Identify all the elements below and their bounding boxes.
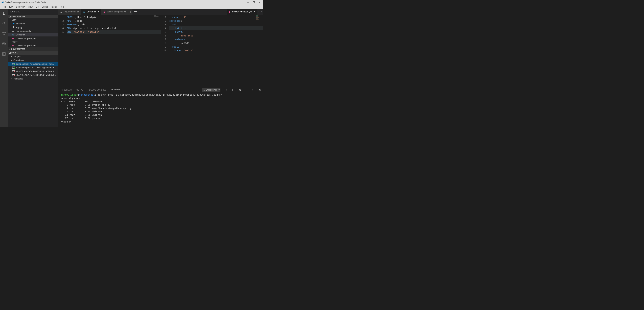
more-icon[interactable]: ••• (134, 11, 137, 13)
code-right[interactable]: version: '3'services: web: build: . port… (170, 15, 264, 87)
tab-group-right-actions: ••• (257, 9, 263, 15)
title-bar: Dockerfile - composetest - Visual Studio… (0, 0, 263, 5)
tab-label: docker-compose.yml (232, 11, 252, 13)
panel-tab-debug-console[interactable]: DEBUG CONSOLE (89, 89, 106, 91)
docker-containers-node[interactable]: ◢ Containers (8, 58, 58, 62)
section-project[interactable]: ▸ COMPOSETEST (8, 47, 58, 51)
docker-images-node[interactable]: ▸ Images (8, 55, 58, 58)
open-editor-item[interactable]: Welcome (8, 22, 58, 25)
code-left[interactable]: FROM python:3.4-alpineADD . /codeWORKDIR… (67, 15, 161, 87)
terminal-cursor (72, 121, 73, 123)
group-left-label: LEFT (8, 18, 58, 22)
menu-tasks[interactable]: Tasks (50, 5, 58, 9)
vscode-icon (12, 22, 15, 25)
open-editor-item[interactable]: Dockerfile (8, 33, 58, 37)
section-docker[interactable]: ◢ DOCKER (8, 51, 58, 55)
editor-pane-right[interactable]: 12345678910 version: '3'services: web: b… (161, 15, 264, 87)
editor-tab[interactable]: Dockerfile× (81, 9, 102, 15)
gutter-left: 12345 (58, 15, 67, 87)
chevron-down-icon: ◢ (10, 59, 13, 61)
chevron-right-icon: ▸ (10, 56, 13, 58)
panel-tab-output[interactable]: OUTPUT (76, 89, 84, 91)
open-editor-item[interactable]: docker-compose.yml (8, 44, 58, 47)
docker-registries-label: Registries (14, 78, 23, 80)
container-label: sha256:a187efbb940004f4cb1a0706c1... (16, 74, 58, 76)
svg-rect-17 (12, 74, 15, 75)
compose-icon (12, 37, 15, 40)
tab-label: requirements.txt (64, 11, 80, 13)
editor-panes: 12345 FROM python:3.4-alpineADD . /codeW… (58, 15, 263, 87)
svg-rect-13 (12, 67, 15, 67)
minimap-right[interactable] (256, 15, 263, 25)
split-editor-icon[interactable]: ◫ (128, 11, 131, 13)
vscode-logo-icon (1, 1, 4, 4)
close-panel-icon[interactable]: ✕ (259, 89, 261, 91)
bottom-panel: PROBLEMS OUTPUT DEBUG CONSOLE TERMINAL 1… (58, 87, 263, 127)
open-editor-item[interactable]: requirements.txt (8, 29, 58, 33)
container-item[interactable]: sha256:a187efbb940004f4cb1a0706c1... (8, 69, 58, 73)
search-icon (2, 22, 6, 26)
activity-scm[interactable] (0, 30, 8, 37)
split-terminal-icon[interactable]: ◫ (232, 89, 234, 91)
container-item[interactable]: sha256:a187efbb940004f4cb1a0706c1... (8, 73, 58, 77)
maximize-panel-icon[interactable]: ▢ (252, 89, 254, 91)
svg-rect-6 (2, 53, 4, 54)
editor-region: requirements.txtDockerfile×docker-compos… (58, 9, 263, 127)
more-icon[interactable]: ••• (258, 11, 262, 13)
terminal-body[interactable]: marc@ulysses:composetest$ docker exec -i… (58, 92, 263, 127)
activity-search[interactable] (0, 20, 8, 27)
terminal-selector[interactable]: 1: Shell: compo (202, 88, 220, 92)
minimize-button[interactable]: — (246, 1, 249, 4)
svg-point-2 (5, 32, 6, 33)
maximize-button[interactable]: ❐ (253, 1, 255, 4)
activity-debug[interactable] (0, 40, 8, 47)
gutter-right: 12345678910 (161, 15, 170, 87)
menu-debug[interactable]: Debug (40, 5, 49, 9)
close-window-button[interactable]: ✕ (258, 1, 260, 4)
menu-help[interactable]: Help (58, 5, 66, 9)
kill-terminal-icon[interactable]: 🗑 (239, 89, 242, 91)
activity-docker[interactable] (0, 50, 8, 57)
close-tab-icon[interactable]: × (98, 11, 100, 13)
container-icon (12, 70, 15, 72)
lines-icon (60, 11, 63, 13)
docker-registries-node[interactable]: ▸ Registries (8, 77, 58, 81)
panel-tab-problems[interactable]: PROBLEMS (61, 89, 72, 91)
file-label: app.py (16, 26, 58, 29)
editor-tab[interactable]: requirements.txt (58, 9, 81, 15)
chevron-right-icon: ▸ (10, 78, 13, 80)
section-open-editors[interactable]: ◢ OPEN EDITORS (8, 15, 58, 18)
svg-rect-11 (12, 63, 15, 64)
menu-view[interactable]: View (27, 5, 34, 9)
menu-edit[interactable]: Edit (8, 5, 14, 9)
menu-file[interactable]: File (1, 5, 8, 9)
new-terminal-icon[interactable]: ＋ (225, 88, 228, 91)
container-label: redis (composetest_redis_1) (Up 8 min... (16, 66, 58, 69)
tab-group-left: requirements.txtDockerfile×docker-compos… (58, 9, 133, 15)
menu-selection[interactable]: Selection (14, 5, 26, 9)
container-icon (12, 74, 15, 76)
svg-point-0 (3, 22, 5, 24)
open-editor-item[interactable]: docker-compose.yml (8, 37, 58, 40)
minimap-left[interactable] (154, 15, 160, 25)
panel-tab-terminal[interactable]: TERMINAL (111, 89, 121, 91)
editor-pane-left[interactable]: 12345 FROM python:3.4-alpineADD . /codeW… (58, 15, 161, 87)
svg-rect-9 (4, 54, 5, 56)
menu-bar: File Edit Selection View Go Debug Tasks … (0, 5, 263, 9)
docker-section-label: DOCKER (11, 52, 19, 54)
editor-tab[interactable]: docker-compose.yml× (227, 9, 257, 15)
collapse-panel-icon[interactable]: ˄ (246, 89, 247, 91)
open-editor-item[interactable]: app.py (8, 25, 58, 29)
container-item[interactable]: composetest_web (composetest_web... (8, 62, 58, 66)
svg-point-1 (3, 32, 4, 33)
container-item[interactable]: redis (composetest_redis_1) (Up 8 min... (8, 66, 58, 69)
chevron-down-icon: ◢ (9, 52, 11, 54)
close-tab-icon[interactable]: × (254, 11, 255, 13)
source-control-icon (2, 32, 6, 36)
file-label: docker-compose.yml (16, 44, 58, 47)
editor-tab[interactable]: docker-compose.yml◫ (102, 9, 133, 15)
activity-explorer[interactable] (0, 10, 8, 17)
tab-group-right: docker-compose.yml× (227, 9, 257, 15)
menu-go[interactable]: Go (34, 5, 40, 9)
compose-icon (228, 11, 231, 13)
